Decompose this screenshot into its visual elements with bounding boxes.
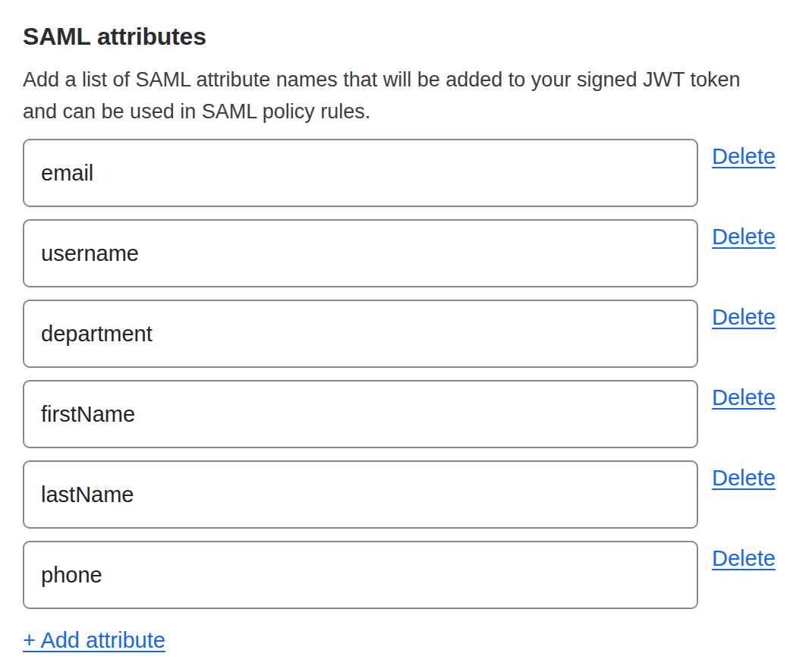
add-attribute-link[interactable]: + Add attribute: [23, 626, 165, 654]
section-title: SAML attributes: [23, 21, 786, 52]
saml-attribute-input[interactable]: [23, 541, 698, 609]
saml-attribute-input[interactable]: [23, 219, 698, 287]
saml-attribute-input[interactable]: [23, 380, 698, 448]
attribute-row: Delete: [23, 219, 786, 287]
delete-attribute-link[interactable]: Delete: [712, 385, 776, 410]
delete-attribute-link[interactable]: Delete: [712, 545, 776, 571]
delete-attribute-link[interactable]: Delete: [712, 224, 776, 250]
section-description: Add a list of SAML attribute names that …: [23, 64, 763, 127]
attribute-row: Delete: [23, 380, 786, 448]
attribute-row: Delete: [23, 139, 786, 207]
saml-attribute-input[interactable]: [23, 460, 698, 529]
attribute-row: Delete: [23, 300, 786, 368]
delete-attribute-link[interactable]: Delete: [712, 304, 776, 330]
delete-attribute-link[interactable]: Delete: [712, 465, 776, 491]
saml-attributes-section: SAML attributes Add a list of SAML attri…: [0, 0, 809, 672]
saml-attribute-input[interactable]: [23, 300, 698, 368]
attribute-list: Delete Delete Delete Delete Delete Delet…: [23, 139, 786, 609]
delete-attribute-link[interactable]: Delete: [712, 143, 776, 169]
attribute-row: Delete: [23, 460, 786, 529]
attribute-row: Delete: [23, 541, 786, 609]
saml-attribute-input[interactable]: [23, 139, 698, 207]
